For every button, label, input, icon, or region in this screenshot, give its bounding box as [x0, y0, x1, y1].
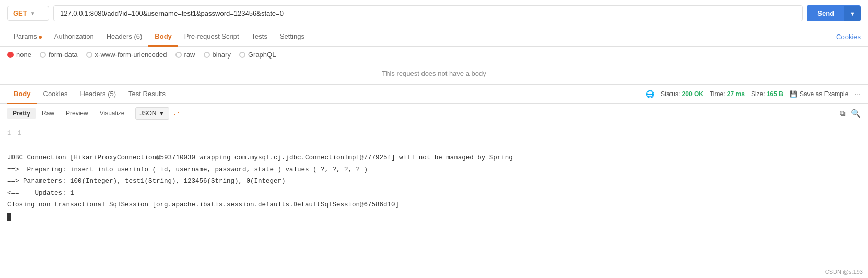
body-type-none[interactable]: none: [7, 51, 31, 59]
send-button-group: Send ▼: [807, 5, 861, 21]
filter-icon[interactable]: ⇌: [173, 109, 180, 118]
resp-tab-cookies[interactable]: Cookies: [37, 85, 74, 104]
url-input[interactable]: [53, 5, 803, 21]
radio-binary: [204, 52, 210, 58]
tab-headers[interactable]: Headers (6): [100, 27, 149, 47]
body-type-urlencoded[interactable]: x-www-form-urlencoded: [86, 51, 167, 59]
body-type-binary[interactable]: binary: [204, 51, 231, 59]
body-type-raw[interactable]: raw: [175, 51, 195, 59]
save-example-button[interactable]: 💾 Save as Example: [790, 90, 848, 98]
response-status-bar: 🌐 Status: 200 OK Time: 27 ms Size: 165 B…: [646, 90, 861, 98]
save-example-label: Save as Example: [800, 90, 848, 98]
cursor: [7, 213, 11, 221]
view-pretty-button[interactable]: Pretty: [7, 108, 36, 119]
response-tabs-bar: Body Cookies Headers (5) Test Results 🌐 …: [0, 85, 868, 104]
url-bar: GET ▼ Send ▼: [0, 0, 868, 27]
cookies-link[interactable]: Cookies: [836, 33, 861, 41]
view-visualize-button[interactable]: Visualize: [95, 108, 130, 119]
copy-icon[interactable]: ⧉: [840, 109, 846, 118]
resp-tab-headers[interactable]: Headers (5): [74, 85, 122, 104]
send-button[interactable]: Send: [807, 5, 844, 21]
method-select[interactable]: GET ▼: [7, 6, 49, 21]
size-label: Size: 165 B: [751, 90, 783, 98]
time-value: 27 ms: [727, 90, 745, 98]
time-label: Time: 27 ms: [710, 90, 745, 98]
log-output: JDBC Connection [HikariProxyConnection@5…: [0, 146, 868, 229]
tab-authorization[interactable]: Authorization: [48, 27, 100, 47]
no-body-message: This request does not have a body: [0, 63, 868, 84]
format-chevron: ▼: [159, 110, 165, 117]
send-dropdown-button[interactable]: ▼: [844, 6, 861, 21]
resp-tab-test-results[interactable]: Test Results: [122, 85, 172, 104]
radio-urlencoded: [86, 52, 92, 58]
toolbar-right: ⧉ 🔍: [840, 109, 861, 118]
format-label: JSON: [140, 110, 157, 117]
method-label: GET: [13, 9, 27, 17]
status-value: 200 OK: [682, 90, 703, 98]
globe-icon: 🌐: [646, 90, 654, 98]
body-type-graphql[interactable]: GraphQL: [239, 51, 276, 59]
tab-params[interactable]: Params: [7, 27, 48, 47]
radio-none: [7, 52, 14, 58]
method-chevron: ▼: [30, 10, 36, 16]
body-type-bar: none form-data x-www-form-urlencoded raw…: [0, 47, 868, 63]
search-icon[interactable]: 🔍: [851, 109, 861, 118]
view-raw-button[interactable]: Raw: [37, 108, 60, 119]
tab-body[interactable]: Body: [148, 27, 178, 47]
save-icon: 💾: [790, 90, 797, 98]
tab-prerequest[interactable]: Pre-request Script: [178, 27, 245, 47]
response-body-toolbar: Pretty Raw Preview Visualize JSON ▼ ⇌ ⧉ …: [0, 104, 868, 123]
size-value: 165 B: [767, 90, 783, 98]
request-tabs: Params Authorization Headers (6) Body Pr…: [0, 27, 868, 47]
radio-graphql: [239, 52, 245, 58]
more-options-icon[interactable]: ···: [854, 90, 861, 98]
response-section: Body Cookies Headers (5) Test Results 🌐 …: [0, 84, 868, 229]
format-select[interactable]: JSON ▼: [135, 107, 170, 120]
status-label: Status: 200 OK: [661, 90, 703, 98]
view-preview-button[interactable]: Preview: [61, 108, 93, 119]
tab-tests[interactable]: Tests: [245, 27, 274, 47]
resp-tab-body[interactable]: Body: [7, 85, 37, 104]
radio-formdata: [40, 52, 46, 58]
radio-raw: [175, 52, 182, 58]
code-area: 1 1: [0, 123, 868, 146]
tab-settings[interactable]: Settings: [274, 27, 311, 47]
line-numbers: 1 1: [7, 129, 861, 138]
body-type-formdata[interactable]: form-data: [40, 51, 78, 59]
